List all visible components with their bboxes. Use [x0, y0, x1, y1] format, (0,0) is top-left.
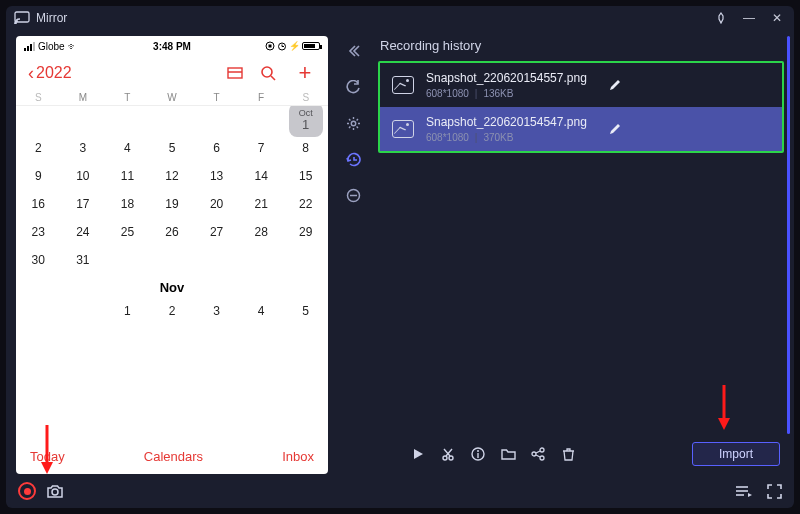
- calendar-day[interactable]: 3: [61, 134, 106, 162]
- day-of-week-header: SMTWTFS: [16, 90, 328, 106]
- calendar-day[interactable]: 20: [194, 190, 239, 218]
- calendars-button[interactable]: Calendars: [65, 449, 282, 464]
- phone-statusbar: Globeᯤ 3:48 PM ⚡: [16, 36, 328, 56]
- recording-name: Snapshot_220620154557.png: [426, 71, 587, 85]
- wifi-icon: ᯤ: [68, 41, 78, 52]
- calendar-day[interactable]: 1: [105, 297, 150, 325]
- fullscreen-icon[interactable]: [767, 484, 782, 499]
- refresh-icon[interactable]: [342, 76, 364, 98]
- calendar-day[interactable]: 16: [16, 190, 61, 218]
- calendar-day[interactable]: 5: [150, 134, 195, 162]
- remove-icon[interactable]: [342, 184, 364, 206]
- calendar-day[interactable]: 14: [239, 162, 284, 190]
- svg-point-15: [477, 450, 479, 452]
- phone-time: 3:48 PM: [153, 41, 191, 52]
- recording-item[interactable]: Snapshot_220620154547.png608*1080|370KB: [380, 107, 782, 151]
- calendar-day[interactable]: 9: [16, 162, 61, 190]
- info-icon[interactable]: [468, 444, 488, 464]
- cut-icon[interactable]: [438, 444, 458, 464]
- calendar-day[interactable]: 2: [150, 297, 195, 325]
- close-button[interactable]: ✕: [768, 9, 786, 27]
- svg-point-20: [52, 489, 58, 495]
- calendar-day[interactable]: 11: [105, 162, 150, 190]
- app-title: Mirror: [36, 11, 67, 25]
- svg-rect-5: [228, 68, 242, 78]
- svg-point-9: [351, 121, 355, 125]
- calendar-day[interactable]: 27: [194, 218, 239, 246]
- orientation-lock-icon: [265, 41, 275, 51]
- playlist-icon[interactable]: [735, 484, 753, 499]
- calendar-day[interactable]: 25: [105, 218, 150, 246]
- calendar-day[interactable]: 31: [61, 246, 106, 274]
- calendar-day[interactable]: 30: [16, 246, 61, 274]
- calendar-day[interactable]: 2: [16, 134, 61, 162]
- image-icon: [392, 120, 414, 138]
- recording-item[interactable]: Snapshot_220620154557.png608*1080|136KB: [380, 63, 782, 107]
- month-label: Nov: [16, 274, 328, 297]
- recording-meta: 608*1080|370KB: [426, 132, 587, 143]
- calendar-day[interactable]: 26: [150, 218, 195, 246]
- calendar-back-button[interactable]: ‹2022: [28, 63, 72, 84]
- delete-icon[interactable]: [558, 444, 578, 464]
- calendar-day[interactable]: 24: [61, 218, 106, 246]
- folder-icon[interactable]: [498, 444, 518, 464]
- svg-point-13: [449, 456, 453, 460]
- svg-point-12: [443, 456, 447, 460]
- today-button[interactable]: Today: [30, 449, 65, 464]
- settings-icon[interactable]: [342, 112, 364, 134]
- calendar-day[interactable]: 28: [239, 218, 284, 246]
- mirror-view: Globeᯤ 3:48 PM ⚡ ‹2022 + SMTW: [16, 36, 328, 474]
- calendar-day[interactable]: 15: [283, 162, 328, 190]
- calendar-day[interactable]: 19: [150, 190, 195, 218]
- svg-point-17: [540, 448, 544, 452]
- recording-list: Snapshot_220620154557.png608*1080|136KBS…: [378, 61, 784, 153]
- svg-point-19: [540, 456, 544, 460]
- snapshot-button[interactable]: [46, 484, 64, 499]
- scrollbar[interactable]: [787, 36, 790, 434]
- search-icon[interactable]: [260, 65, 282, 81]
- pin-button[interactable]: [712, 9, 730, 27]
- calendar-day[interactable]: 10: [61, 162, 106, 190]
- svg-point-7: [262, 67, 272, 77]
- calendar-day[interactable]: 5: [283, 297, 328, 325]
- cast-icon: [14, 11, 30, 25]
- calendar-day[interactable]: 23: [16, 218, 61, 246]
- alarm-icon: [277, 41, 287, 51]
- calendar-day[interactable]: 21: [239, 190, 284, 218]
- panel-title: Recording history: [378, 36, 784, 61]
- calendar-day[interactable]: 17: [61, 190, 106, 218]
- record-button[interactable]: [18, 482, 36, 500]
- collapse-icon[interactable]: [342, 40, 364, 62]
- play-icon[interactable]: [408, 444, 428, 464]
- minimize-button[interactable]: —: [740, 9, 758, 27]
- calendar-day[interactable]: 18: [105, 190, 150, 218]
- edit-icon[interactable]: [609, 79, 621, 91]
- calendar-day[interactable]: 3: [194, 297, 239, 325]
- list-view-icon[interactable]: [226, 66, 248, 80]
- recording-name: Snapshot_220620154547.png: [426, 115, 587, 129]
- recording-meta: 608*1080|136KB: [426, 88, 587, 99]
- svg-point-18: [532, 452, 536, 456]
- calendar-day[interactable]: Oct1: [283, 106, 328, 134]
- add-event-icon[interactable]: +: [294, 60, 316, 86]
- calendar-day[interactable]: 22: [283, 190, 328, 218]
- svg-rect-16: [477, 453, 478, 458]
- calendar-day[interactable]: 29: [283, 218, 328, 246]
- calendar-day[interactable]: 4: [239, 297, 284, 325]
- calendar-day[interactable]: 6: [194, 134, 239, 162]
- calendar-day[interactable]: 8: [283, 134, 328, 162]
- calendar-day[interactable]: 7: [239, 134, 284, 162]
- calendar-day[interactable]: 12: [150, 162, 195, 190]
- import-button[interactable]: Import: [692, 442, 780, 466]
- battery-icon: [302, 42, 320, 50]
- carrier-label: Globe: [38, 41, 65, 52]
- svg-line-8: [271, 76, 275, 80]
- inbox-button[interactable]: Inbox: [282, 449, 314, 464]
- recording-history-panel: Recording history Snapshot_220620154557.…: [378, 36, 784, 474]
- history-icon[interactable]: [342, 148, 364, 170]
- share-icon[interactable]: [528, 444, 548, 464]
- calendar-day[interactable]: 13: [194, 162, 239, 190]
- calendar-day[interactable]: 4: [105, 134, 150, 162]
- edit-icon[interactable]: [609, 123, 621, 135]
- side-rail: [336, 36, 370, 474]
